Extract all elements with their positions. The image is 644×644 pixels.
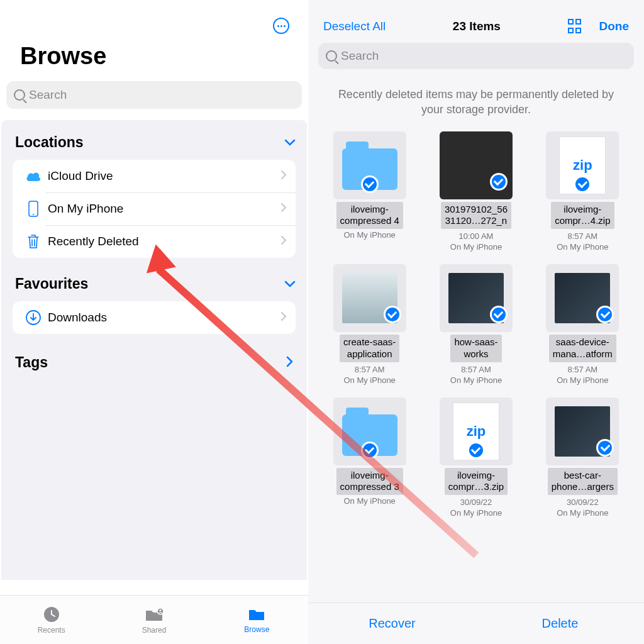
file-item[interactable]: zipiloveimg-compr…4.zip8:57 AMOn My iPho… (534, 131, 631, 252)
file-thumbnail: zip (546, 131, 619, 199)
chevron-down-icon (284, 139, 296, 147)
file-location: On My iPhone (557, 242, 608, 252)
recently-deleted-panel: Deselect All 23 Items Done Search Recent… (308, 0, 644, 644)
file-thumbnail (333, 397, 406, 465)
chevron-right-icon (286, 354, 293, 371)
page-title: Browse (0, 36, 308, 81)
file-time: 8:57 AM (355, 365, 385, 374)
more-options-icon[interactable] (273, 18, 289, 34)
search-input[interactable]: Search (318, 43, 634, 69)
selected-check-icon (384, 306, 401, 323)
file-time: 30/09/22 (460, 497, 492, 507)
file-time: 8:57 AM (567, 231, 597, 241)
file-location: On My iPhone (343, 496, 395, 506)
deletion-notice: Recently deleted items may be permanentl… (308, 78, 644, 131)
folder-icon (247, 606, 266, 623)
tab-bar: Recents Shared Browse (0, 595, 308, 644)
iphone-icon (23, 201, 44, 217)
selected-check-icon (490, 173, 508, 191)
file-location: On My iPhone (450, 508, 502, 518)
tab-recents[interactable]: Recents (0, 596, 103, 644)
chevron-right-icon (280, 170, 287, 182)
file-item[interactable]: zipiloveimg-compr…3.zip30/09/22On My iPh… (427, 397, 525, 518)
chevron-down-icon (284, 280, 296, 288)
file-name: 301979102_5631120…272_n (441, 202, 511, 230)
icloud-icon (23, 170, 44, 182)
selected-check-icon (574, 175, 591, 193)
chevron-right-icon (280, 311, 287, 324)
chevron-right-icon (280, 203, 287, 215)
tab-shared[interactable]: Shared (103, 596, 205, 644)
favourites-list: Downloads (13, 301, 296, 334)
file-name: create-saas-application (340, 335, 399, 362)
file-thumbnail (546, 264, 619, 332)
grid-view-icon[interactable] (568, 19, 583, 34)
chevron-right-icon (280, 235, 287, 248)
file-item[interactable]: 301979102_5631120…272_n10:00 AMOn My iPh… (427, 131, 525, 252)
search-placeholder: Search (341, 49, 379, 63)
browse-sections: Locations iCloud Drive On My iPhone Rece… (1, 120, 307, 580)
selected-check-icon (361, 441, 379, 459)
selected-check-icon (596, 439, 614, 457)
location-on-my-iphone[interactable]: On My iPhone (13, 192, 296, 225)
recover-button[interactable]: Recover (308, 603, 476, 644)
selected-check-icon (490, 306, 508, 323)
browse-panel: Browse Search Locations iCloud Drive On … (0, 0, 308, 644)
file-name: saas-device-mana…atform (549, 335, 616, 362)
file-time: 30/09/22 (567, 497, 599, 507)
file-item[interactable]: best-car-phone…argers30/09/22On My iPhon… (534, 397, 631, 518)
done-button[interactable]: Done (599, 19, 630, 33)
favourites-header[interactable]: Favourites (1, 270, 307, 301)
action-bar: Recover Delete (308, 602, 644, 644)
selected-check-icon (596, 306, 614, 323)
file-item[interactable]: saas-device-mana…atform8:57 AMOn My iPho… (534, 264, 631, 385)
file-time: 8:57 AM (567, 365, 597, 374)
file-time: 10:00 AM (459, 231, 494, 241)
file-location: On My iPhone (450, 375, 502, 385)
search-icon (14, 89, 25, 101)
file-thumbnail (333, 131, 406, 199)
shared-folder-icon (144, 606, 164, 623)
locations-header[interactable]: Locations (1, 129, 307, 160)
tab-browse[interactable]: Browse (206, 596, 308, 644)
download-icon (23, 309, 44, 326)
svg-point-5 (159, 609, 161, 611)
file-location: On My iPhone (557, 508, 608, 518)
file-name: iloveimg-compr…4.zip (551, 202, 614, 230)
file-location: On My iPhone (343, 375, 395, 385)
file-item[interactable]: iloveimg-compressed 4On My iPhone (321, 131, 418, 252)
svg-point-1 (33, 214, 34, 215)
search-placeholder: Search (29, 88, 67, 102)
file-thumbnail (440, 264, 513, 332)
clock-icon (42, 606, 61, 623)
locations-list: iCloud Drive On My iPhone Recently Delet… (13, 160, 296, 258)
file-name: iloveimg-compressed 4 (336, 202, 403, 230)
search-icon (326, 50, 337, 62)
trash-icon (23, 233, 44, 250)
file-item[interactable]: how-saas-works8:57 AMOn My iPhone (427, 264, 525, 385)
tags-header[interactable]: Tags (1, 347, 307, 379)
file-item[interactable]: iloveimg-compressed 3On My iPhone (321, 397, 418, 518)
selected-check-icon (467, 441, 485, 459)
file-name: how-saas-works (450, 335, 501, 362)
selection-count: 23 Items (392, 19, 561, 33)
selected-check-icon (361, 175, 379, 193)
file-thumbnail (333, 264, 406, 332)
file-location: On My iPhone (343, 230, 395, 240)
file-thumbnail (440, 131, 513, 199)
delete-button[interactable]: Delete (476, 603, 644, 644)
file-time: 8:57 AM (461, 365, 491, 374)
file-location: On My iPhone (557, 375, 608, 385)
deselect-all-button[interactable]: Deselect All (323, 19, 386, 33)
favourite-downloads[interactable]: Downloads (13, 301, 296, 334)
search-input[interactable]: Search (6, 81, 302, 109)
file-location: On My iPhone (450, 242, 502, 252)
file-name: best-car-phone…argers (548, 468, 618, 496)
file-name: iloveimg-compr…3.zip (445, 468, 508, 496)
file-thumbnail (546, 397, 619, 465)
location-recently-deleted[interactable]: Recently Deleted (13, 225, 296, 258)
location-icloud-drive[interactable]: iCloud Drive (13, 160, 296, 192)
file-name: iloveimg-compressed 3 (336, 468, 403, 496)
file-item[interactable]: create-saas-application8:57 AMOn My iPho… (321, 264, 418, 385)
file-grid: iloveimg-compressed 4On My iPhone3019791… (308, 131, 644, 531)
